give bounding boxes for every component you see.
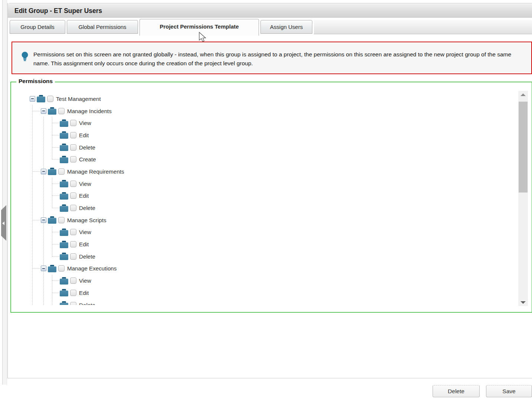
tree-connector [33,268,40,269]
checkbox-manage-scripts[interactable] [58,217,65,223]
tree-label[interactable]: Edit [79,193,89,199]
tab-assign-users[interactable]: Assign Users [260,20,312,34]
side-panel-rail [2,0,7,397]
checkbox-manage-incidents[interactable] [58,108,65,114]
collapse-toggle-icon[interactable] [30,96,35,102]
tree-row-delete: Delete [11,299,517,305]
tree-label[interactable]: Create [79,156,96,162]
tree-row-view: View [11,117,517,129]
window-title: Edit Group - ET Super Users [8,3,532,18]
tree-label[interactable]: Manage Scripts [67,217,106,223]
tree-row-delete: Delete [11,141,517,154]
checkbox-view[interactable] [70,120,76,126]
folder-icon [60,301,69,305]
tree-connector [52,159,59,160]
checkbox-edit[interactable] [70,132,76,138]
tree-label[interactable]: Edit [79,290,89,296]
folder-icon [48,265,57,272]
tree-connector [52,208,59,208]
checkbox-delete[interactable] [70,205,76,211]
tree-connector [33,171,40,172]
folder-icon [60,253,69,260]
tree-connector [52,280,59,281]
tree-connector [52,147,59,148]
folder-icon [37,95,46,102]
tree-row-delete: Delete [11,202,517,214]
tree-label[interactable]: Edit [79,132,89,138]
tree-row-view: View [11,275,517,287]
tab-bar: Group DetailsGlobal PermissionsProject P… [8,19,532,38]
save-button[interactable]: Save [486,385,532,397]
tree-row-manage-requirements: Manage Requirements [11,165,517,178]
checkbox-view[interactable] [70,277,76,284]
tree-row-view: View [11,226,517,239]
checkbox-edit[interactable] [70,241,76,247]
folder-icon [60,119,69,127]
scrollbar-up-icon[interactable] [518,91,528,98]
tab-group-details[interactable]: Group Details [10,20,65,34]
tree-label[interactable]: View [79,229,91,235]
checkbox-delete[interactable] [70,144,76,151]
permissions-tree: Test ManagementManage IncidentsViewEditD… [11,89,517,305]
folder-icon [48,216,57,224]
tree-connector [52,135,59,135]
tree-label[interactable]: Test Management [56,96,101,102]
tree-row-view: View [11,178,517,190]
collapse-toggle-icon[interactable] [41,217,46,223]
tree-label[interactable]: Manage Incidents [67,108,112,114]
checkbox-manage-requirements[interactable] [58,168,65,175]
checkbox-view[interactable] [70,181,76,187]
info-banner: Permissions set on this screen are not g… [12,42,532,74]
tree-row-test-management: Test Management [11,93,517,105]
tree-connector [52,184,59,184]
tree-row-manage-scripts: Manage Scripts [11,214,517,226]
tree-row-edit: Edit [11,287,517,299]
checkbox-delete[interactable] [70,253,76,260]
tree-connector [52,293,59,293]
tree-label[interactable]: Delete [79,302,95,305]
tab-bar-filler [314,20,532,34]
checkbox-view[interactable] [70,229,76,235]
edit-group-window: Edit Group - ET Super Users Group Detail… [7,3,532,378]
folder-icon [60,241,69,248]
scrollbar-down-icon[interactable] [518,299,528,306]
tree-label[interactable]: Delete [79,253,95,260]
checkbox-create[interactable] [70,156,76,162]
checkbox-test-management[interactable] [47,96,53,102]
folder-icon [60,204,69,212]
tab-global-permissions[interactable]: Global Permissions [67,20,138,34]
tree-scrollbar[interactable] [518,91,528,306]
collapse-toggle-icon[interactable] [41,108,46,114]
tree-connector [52,195,59,196]
checkbox-edit[interactable] [70,290,76,296]
folder-icon [60,131,69,139]
lightbulb-icon [21,52,29,63]
tree-label[interactable]: Manage Executions [67,265,116,272]
tree-label[interactable]: Delete [79,144,95,151]
folder-icon [60,192,69,200]
checkbox-manage-executions[interactable] [58,265,65,272]
tree-label[interactable]: View [79,181,91,187]
folder-icon [60,289,69,296]
checkbox-edit[interactable] [70,193,76,199]
tree-label[interactable]: View [79,120,91,126]
info-banner-text: Permissions set on this screen are not g… [33,50,522,68]
tree-connector [52,232,59,232]
folder-icon [60,144,69,151]
tree-connector [33,111,40,111]
tree-row-edit: Edit [11,238,517,250]
delete-button[interactable]: Delete [433,385,480,397]
panel-collapse-handle[interactable] [1,205,6,241]
collapse-toggle-icon[interactable] [41,266,46,271]
collapse-toggle-icon[interactable] [41,169,46,174]
scrollbar-thumb[interactable] [519,102,528,193]
permissions-fieldset: Permissions Test ManagementManage Incide… [10,82,532,313]
tree-label[interactable]: View [79,277,91,284]
tree-label[interactable]: Manage Requirements [67,168,124,175]
tab-project-permissions-template[interactable]: Project Permissions Template [139,19,259,36]
tree-label[interactable]: Edit [79,241,89,247]
tree-connector [52,123,59,123]
folder-icon [48,107,57,115]
tree-label[interactable]: Delete [79,205,95,211]
checkbox-delete[interactable] [70,302,76,305]
